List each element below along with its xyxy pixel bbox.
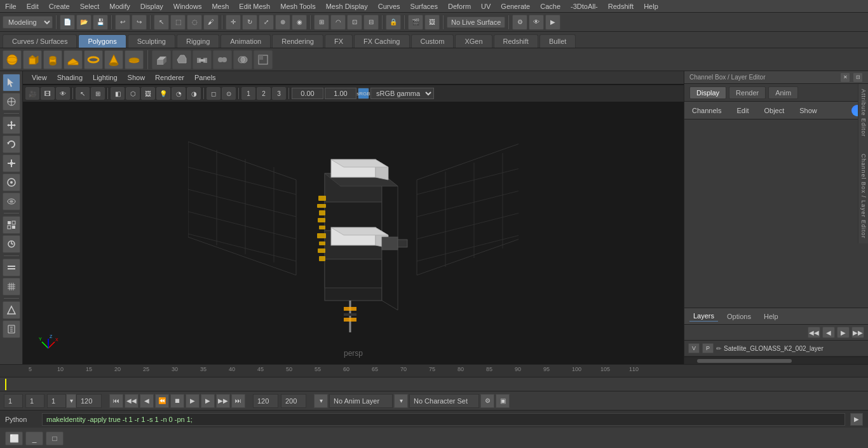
shelf-boolean[interactable] [233, 50, 252, 69]
vp-texture-btn[interactable]: 🖼 [141, 87, 155, 100]
vp-menu-lighting[interactable]: Lighting [89, 72, 121, 83]
attribute-editor-side-tab[interactable]: Attribute Editor Channel Box / Layer Edi… [858, 84, 868, 243]
tab-sculpting[interactable]: Sculpting [128, 34, 175, 48]
sb-playback-end-input[interactable] [253, 394, 278, 408]
sb-current-frame-2[interactable]: 1 [25, 394, 44, 408]
layers-scrollbar-thumb[interactable] [697, 359, 792, 363]
timeline-content[interactable] [0, 377, 868, 391]
show-hide-lt[interactable] [3, 216, 20, 234]
transport-play-fwd[interactable]: ▶ [186, 394, 200, 408]
vp-select-type-btn[interactable]: ↖ [76, 87, 90, 100]
timeline-playhead[interactable] [5, 379, 6, 390]
layers-tab-options[interactable]: Options [723, 311, 755, 322]
tab-xgen[interactable]: XGen [455, 34, 492, 48]
open-scene-btn[interactable]: 📂 [76, 15, 92, 30]
menu-3dtoall[interactable]: -3DtoAll- [566, 1, 603, 11]
universal-manip-btn[interactable]: ⊕ [275, 15, 290, 30]
shelf-cube[interactable] [23, 50, 42, 69]
rp-tab-render[interactable]: Render [729, 86, 766, 99]
grid-lt[interactable] [3, 278, 20, 295]
ipr-btn[interactable]: 🖼 [424, 15, 440, 30]
universal-lt[interactable] [3, 173, 20, 191]
save-scene-btn[interactable]: 💾 [93, 15, 108, 30]
menu-windows[interactable]: Windows [168, 1, 207, 11]
vp-wire-btn[interactable]: ⬡ [126, 87, 140, 100]
layers-scroll-start[interactable]: ◀◀ [808, 327, 820, 338]
vp-ao-btn[interactable]: ◑ [187, 87, 201, 100]
lock-btn[interactable]: 🔒 [386, 15, 401, 30]
cb-object[interactable]: Object [761, 105, 787, 116]
render-btn[interactable]: 🎬 [408, 15, 423, 30]
anim-layer-arrow[interactable]: ▾ [314, 394, 328, 408]
live-surface-btn[interactable]: No Live Surface [447, 17, 505, 28]
paint-select-btn[interactable]: 🖌 [203, 15, 219, 30]
vp-menu-show[interactable]: Show [124, 72, 149, 83]
tab-redshift[interactable]: Redshift [494, 34, 538, 48]
transport-go-end[interactable]: ⏭ [231, 394, 245, 408]
new-scene-btn[interactable]: 📄 [60, 15, 75, 30]
select-tool-lt[interactable] [3, 74, 20, 92]
menu-mesh[interactable]: Mesh [207, 1, 234, 11]
menu-display[interactable]: Display [135, 1, 168, 11]
menu-edit[interactable]: Edit [22, 1, 44, 11]
shelf-quad-draw[interactable] [254, 50, 273, 69]
tab-bullet[interactable]: Bullet [539, 34, 576, 48]
vp-color-mode-btn[interactable]: sRGB [358, 88, 369, 99]
anim-layer-arrow2[interactable]: ▾ [394, 394, 408, 408]
render-all-btn[interactable]: ▶ [545, 15, 560, 30]
menu-select[interactable]: Select [75, 1, 105, 11]
menu-uv[interactable]: UV [476, 1, 496, 11]
snap-point-btn[interactable]: ⊡ [347, 15, 362, 30]
viewport[interactable]: View Shading Lighting Show Renderer Pane… [23, 71, 684, 364]
tab-fx-caching[interactable]: FX Caching [354, 34, 409, 48]
shelf-sphere[interactable] [3, 50, 22, 69]
timeline-ruler[interactable]: 5 10 15 20 25 30 35 40 45 50 55 60 65 70… [0, 365, 868, 377]
vp-isolate-btn[interactable]: ⊙ [222, 87, 236, 100]
cb-edit[interactable]: Edit [734, 105, 751, 116]
undo-btn[interactable]: ↩ [115, 15, 130, 30]
win-maximize[interactable]: □ [46, 431, 64, 445]
vp-value2-input[interactable] [325, 88, 356, 99]
cb-channels[interactable]: Channels [689, 105, 724, 116]
sb-end-frame-input[interactable] [76, 394, 102, 408]
tab-fx[interactable]: FX [325, 34, 353, 48]
vp-gamma-select[interactable]: sRGB gamma [370, 88, 434, 99]
menu-mesh-display[interactable]: Mesh Display [321, 1, 373, 11]
render-settings-btn[interactable]: ⚙ [512, 15, 527, 30]
layers-scroll-end[interactable]: ▶▶ [851, 327, 864, 338]
vp-size2-btn[interactable]: 2 [257, 87, 271, 100]
win-icon[interactable]: ⬜ [5, 431, 23, 445]
vp-shading-btn[interactable]: ◧ [111, 87, 125, 100]
transport-go-start[interactable]: ⏮ [109, 394, 123, 408]
cmd-input[interactable] [42, 413, 845, 426]
layers-tab-layers[interactable]: Layers [689, 311, 718, 322]
rp-tab-display[interactable]: Display [689, 86, 726, 99]
transport-step-fwd[interactable]: ▶▶ [216, 394, 230, 408]
rotate-btn[interactable]: ↻ [242, 15, 257, 30]
shelf-torus[interactable] [84, 50, 103, 69]
vp-menu-panels[interactable]: Panels [191, 72, 220, 83]
redo-btn[interactable]: ↪ [132, 15, 147, 30]
tab-curves-surfaces[interactable]: Curves / Surfaces [3, 34, 77, 48]
menu-mesh-tools[interactable]: Mesh Tools [275, 1, 320, 11]
rotate-lt[interactable] [3, 135, 20, 153]
mode-select[interactable]: Modeling Rigging Animation [3, 16, 53, 29]
sb-range-end-input[interactable] [281, 394, 306, 408]
vp-grid-btn[interactable]: ⊞ [91, 87, 105, 100]
vp-xray-btn[interactable]: ◻ [207, 87, 220, 100]
tab-rendering[interactable]: Rendering [272, 34, 323, 48]
shelf-cone[interactable] [104, 50, 123, 69]
rp-tab-anim[interactable]: Anim [768, 86, 798, 99]
vp-menu-view[interactable]: View [28, 72, 51, 83]
soft-mod-btn[interactable]: ◉ [292, 15, 307, 30]
history-lt[interactable] [3, 235, 20, 253]
menu-curves[interactable]: Curves [373, 1, 405, 11]
sb-anim-layer[interactable]: No Anim Layer [329, 394, 393, 408]
shelf-plane[interactable] [64, 50, 83, 69]
layer-vis-p[interactable]: P [702, 343, 714, 353]
scene-view-btn[interactable]: 👁 [529, 15, 544, 30]
shelf-bridge[interactable] [193, 50, 212, 69]
vp-cam-btn[interactable]: 🎥 [25, 87, 39, 100]
sb-current-frame-1[interactable]: 1 [4, 394, 23, 408]
select-tool-btn[interactable]: ↖ [154, 15, 169, 30]
